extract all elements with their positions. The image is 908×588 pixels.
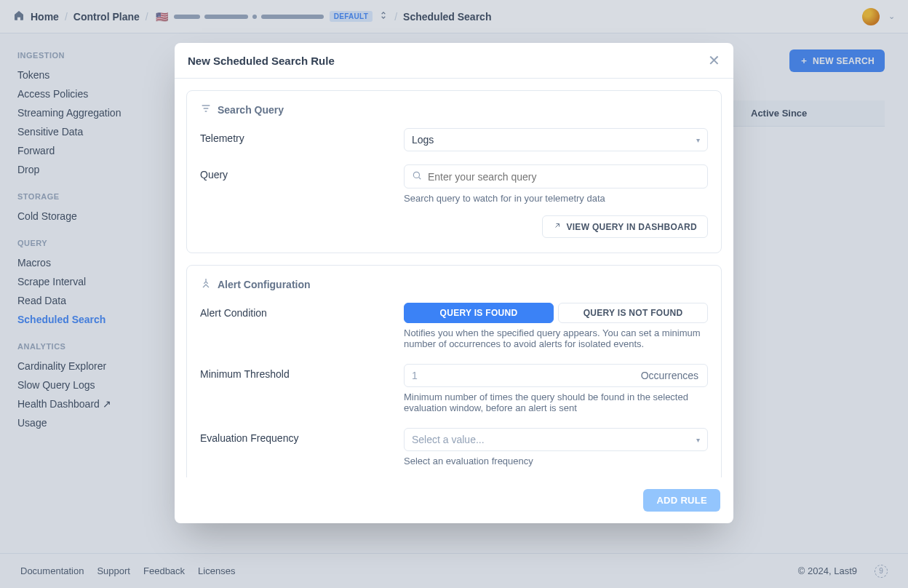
close-icon[interactable]: ✕ <box>708 53 720 68</box>
condition-helper: Notifies you when the specified query ap… <box>404 327 708 349</box>
modal-overlay[interactable]: New Scheduled Search Rule ✕ Search Query… <box>0 0 908 588</box>
search-query-card: Search Query Telemetry Logs ▾ Query <box>186 90 722 253</box>
query-is-found-toggle[interactable]: QUERY IS FOUND <box>404 303 554 323</box>
modal-title: New Scheduled Search Rule <box>188 55 335 67</box>
chevron-down-icon: ▾ <box>696 436 700 444</box>
query-input[interactable] <box>428 171 700 183</box>
alert-config-section-title: Alert Configuration <box>218 279 311 290</box>
telemetry-select[interactable]: Logs ▾ <box>404 128 708 151</box>
threshold-suffix: Occurrences <box>641 370 698 381</box>
external-link-icon <box>553 221 562 232</box>
telemetry-label: Telemetry <box>200 128 404 144</box>
frequency-helper: Select an evaluation frequency <box>404 456 708 466</box>
query-input-wrapper <box>404 164 708 188</box>
threshold-helper: Minimum number of times the query should… <box>404 392 708 413</box>
alert-config-card: Alert Configuration Alert Condition QUER… <box>186 265 722 477</box>
search-query-section-title: Search Query <box>218 104 284 116</box>
filter-icon <box>200 103 212 116</box>
chevron-down-icon: ▾ <box>696 136 700 144</box>
merge-icon <box>200 277 212 291</box>
query-label: Query <box>200 164 404 180</box>
svg-point-0 <box>413 172 419 178</box>
telemetry-value: Logs <box>412 134 434 146</box>
threshold-label: Minimum Threshold <box>200 364 404 380</box>
view-query-label: VIEW QUERY IN DASHBOARD <box>566 222 697 232</box>
threshold-input-wrapper: Occurrences <box>404 364 708 387</box>
alert-condition-label: Alert Condition <box>200 303 404 319</box>
frequency-label: Evaluation Frequency <box>200 428 404 444</box>
modal: New Scheduled Search Rule ✕ Search Query… <box>175 43 733 523</box>
query-helper: Search query to watch for in your teleme… <box>404 193 708 204</box>
frequency-placeholder: Select a value... <box>412 434 485 445</box>
query-is-not-found-toggle[interactable]: QUERY IS NOT FOUND <box>558 303 708 323</box>
frequency-select[interactable]: Select a value... ▾ <box>404 428 708 451</box>
view-query-button[interactable]: VIEW QUERY IN DASHBOARD <box>542 215 708 238</box>
search-icon <box>412 170 422 183</box>
add-rule-button[interactable]: ADD RULE <box>643 489 720 512</box>
